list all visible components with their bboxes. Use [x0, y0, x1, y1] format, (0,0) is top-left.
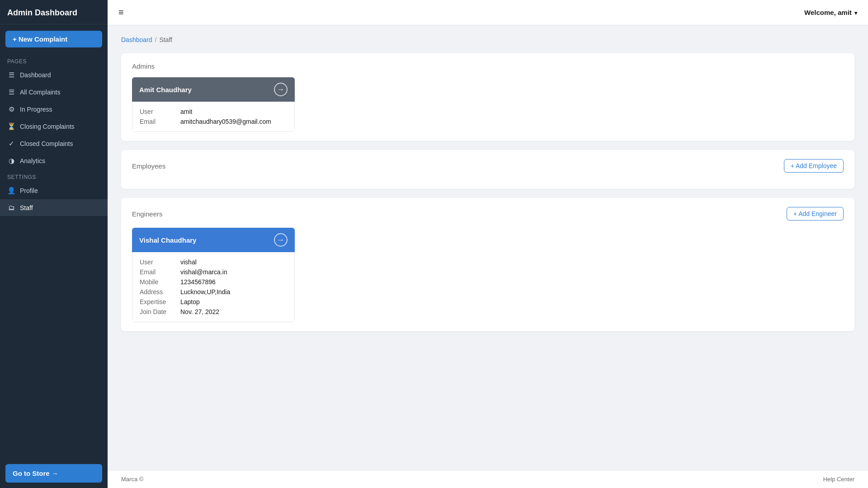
sidebar-item-label: Analytics	[20, 157, 45, 164]
engineer-user-label: User	[140, 258, 180, 266]
all-complaints-icon: ☰	[7, 88, 15, 96]
engineer-join-date-field: Join Date Nov. 27, 2022	[140, 308, 287, 315]
sidebar-item-in-progress[interactable]: ⚙ In Progress	[0, 101, 108, 118]
main-content: ≡ Welcome, amit ▾ Dashboard / Staff Admi…	[108, 0, 868, 488]
sidebar-item-label: All Complaints	[20, 89, 60, 96]
dashboard-icon: ☰	[7, 71, 15, 79]
engineer-join-date-value: Nov. 27, 2022	[180, 308, 219, 315]
engineer-email-label: Email	[140, 268, 180, 276]
add-engineer-button[interactable]: + Add Engineer	[787, 207, 844, 221]
sidebar-item-label: In Progress	[20, 106, 52, 113]
staff-icon: 🗂	[7, 204, 15, 211]
sidebar-item-closed-complaints[interactable]: ✓ Closed Complaints	[0, 135, 108, 152]
admin-user-value: amit	[180, 108, 192, 115]
footer-help[interactable]: Help Center	[823, 476, 854, 483]
admin-user-label: User	[140, 108, 180, 115]
engineer-mobile-value: 1234567896	[180, 278, 216, 286]
sidebar-item-dashboard[interactable]: ☰ Dashboard	[0, 66, 108, 84]
engineer-expertise-field: Expertise Laptop	[140, 298, 287, 305]
employees-card: Employees + Add Employee	[121, 150, 854, 189]
admin-arrow-button[interactable]: →	[274, 83, 288, 96]
header: ≡ Welcome, amit ▾	[108, 0, 868, 25]
breadcrumb-separator: /	[155, 36, 157, 43]
employees-title: Employees	[132, 162, 165, 170]
engineers-title: Engineers	[132, 210, 163, 218]
engineer-arrow-button[interactable]: →	[274, 233, 288, 247]
engineer-email-value: vishal@marca.in	[180, 268, 227, 276]
new-complaint-button[interactable]: + New Complaint	[5, 31, 102, 47]
admin-email-label: Email	[140, 118, 180, 125]
sidebar-item-profile[interactable]: 👤 Profile	[0, 182, 108, 199]
sidebar-item-label: Dashboard	[20, 71, 51, 79]
settings-section-label: Settings	[0, 169, 108, 182]
engineer-mobile-label: Mobile	[140, 278, 180, 286]
sidebar-item-staff[interactable]: 🗂 Staff	[0, 199, 108, 216]
engineer-card-header: Vishal Chaudhary →	[132, 228, 295, 252]
admin-person-card: Amit Chaudhary → User amit Email amitcha…	[132, 77, 295, 132]
in-progress-icon: ⚙	[7, 105, 15, 113]
engineer-expertise-label: Expertise	[140, 298, 180, 305]
engineer-expertise-value: Laptop	[180, 298, 200, 305]
engineer-name: Vishal Chaudhary	[139, 236, 196, 244]
admins-title: Admins	[132, 62, 155, 70]
engineer-address-value: Lucknow,UP,India	[180, 288, 230, 296]
sidebar-item-label: Closing Complaints	[20, 123, 75, 130]
admin-name: Amit Chaudhary	[139, 86, 192, 94]
admin-email-field: Email amitchaudhary0539@gmail.com	[140, 118, 287, 125]
sidebar-item-label: Closed Complaints	[20, 140, 73, 147]
profile-icon: 👤	[7, 187, 15, 195]
menu-icon[interactable]: ≡	[118, 7, 124, 18]
engineer-card-body: User vishal Email vishal@marca.in Mobile…	[132, 252, 295, 322]
admin-email-value: amitchaudhary0539@gmail.com	[180, 118, 271, 125]
engineer-join-date-label: Join Date	[140, 308, 180, 315]
welcome-label: Welcome,	[804, 9, 836, 16]
engineer-address-field: Address Lucknow,UP,India	[140, 288, 287, 296]
breadcrumb: Dashboard / Staff	[121, 36, 854, 43]
engineer-email-field: Email vishal@marca.in	[140, 268, 287, 276]
engineer-mobile-field: Mobile 1234567896	[140, 278, 287, 286]
sidebar-item-analytics[interactable]: ◑ Analytics	[0, 152, 108, 169]
go-to-store-button[interactable]: Go to Store →	[5, 464, 102, 483]
admin-card-body: User amit Email amitchaudhary0539@gmail.…	[132, 102, 295, 132]
employees-section-header: Employees + Add Employee	[132, 159, 844, 173]
footer-brand: Marca ©	[121, 476, 143, 483]
add-employee-button[interactable]: + Add Employee	[784, 159, 844, 173]
breadcrumb-home[interactable]: Dashboard	[121, 36, 152, 43]
closed-complaints-icon: ✓	[7, 140, 15, 148]
username: amit	[838, 9, 852, 16]
user-dropdown-chevron[interactable]: ▾	[854, 10, 857, 16]
admins-card: Admins Amit Chaudhary → User amit Email …	[121, 53, 854, 141]
engineers-card: Engineers + Add Engineer Vishal Chaudhar…	[121, 198, 854, 331]
engineer-person-card: Vishal Chaudhary → User vishal Email vis…	[132, 228, 295, 322]
engineers-section-header: Engineers + Add Engineer	[132, 207, 844, 221]
engineer-user-value: vishal	[180, 258, 197, 266]
pages-section-label: Pages	[0, 54, 108, 66]
admin-user-field: User amit	[140, 108, 287, 115]
admin-card-header: Amit Chaudhary →	[132, 77, 295, 102]
page-content: Dashboard / Staff Admins Amit Chaudhary …	[108, 25, 868, 470]
sidebar-item-all-complaints[interactable]: ☰ All Complaints	[0, 84, 108, 101]
sidebar: Admin Dashboard + New Complaint Pages ☰ …	[0, 0, 108, 488]
sidebar-item-label: Staff	[20, 204, 33, 211]
welcome-text: Welcome, amit ▾	[804, 9, 857, 16]
engineer-address-label: Address	[140, 288, 180, 296]
sidebar-item-closing-complaints[interactable]: ⏳ Closing Complaints	[0, 118, 108, 135]
breadcrumb-current: Staff	[159, 36, 172, 43]
admins-section-header: Admins	[132, 62, 844, 70]
engineer-user-field: User vishal	[140, 258, 287, 266]
sidebar-title: Admin Dashboard	[0, 0, 108, 24]
sidebar-item-label: Profile	[20, 187, 38, 194]
analytics-icon: ◑	[7, 157, 15, 165]
footer: Marca © Help Center	[108, 470, 868, 488]
closing-complaints-icon: ⏳	[7, 122, 15, 131]
